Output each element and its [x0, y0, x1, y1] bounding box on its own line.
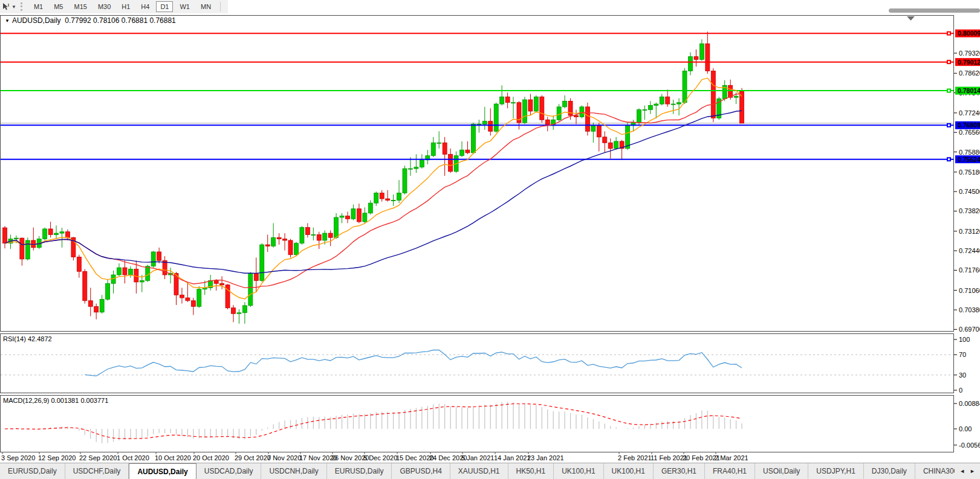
- price-axis-tick-label: 0.72440: [959, 247, 980, 254]
- level-price-label: 0.75624: [958, 156, 980, 163]
- rsi-axis-tick-label: 30: [959, 371, 966, 379]
- timeframe-button-m30[interactable]: M30: [94, 1, 115, 12]
- date-axis-tick-label: 1 Oct 2020: [117, 454, 149, 461]
- chart-tab-hk50-h1[interactable]: HK50,H1: [508, 463, 554, 479]
- candle-body: [711, 71, 715, 118]
- candle-body: [603, 137, 607, 143]
- date-axis-tick-label: 15 Dec 2020: [396, 454, 433, 461]
- ohlc-toggle-icon[interactable]: ▼: [5, 18, 10, 24]
- candle-body: [380, 193, 384, 199]
- chevron-down-icon[interactable]: ▼: [11, 4, 16, 10]
- candle-body: [128, 269, 132, 275]
- candle-body: [654, 104, 658, 105]
- candle-body: [528, 100, 533, 111]
- date-axis-tick-label: 20 Oct 2020: [193, 454, 229, 461]
- candle-body: [386, 199, 390, 200]
- chart-tab-usoil-daily[interactable]: USOil,Daily: [755, 463, 808, 479]
- main-panel-frame: [1, 16, 954, 332]
- price-axis-tick-label: 0.73820: [959, 207, 980, 214]
- tab-scroll-buttons: ◄ ►: [955, 463, 980, 479]
- timeframe-button-m15[interactable]: M15: [70, 1, 91, 12]
- toolbar-drag-handle[interactable]: [21, 2, 25, 11]
- date-axis-tick-label: 3 Sep 2020: [1, 454, 35, 461]
- candle-body: [100, 299, 104, 312]
- candle-body: [374, 193, 378, 204]
- macd-axis-tick-label: -0.00565: [959, 442, 980, 449]
- candle-body: [43, 229, 47, 239]
- timeframe-toolbar: ▼ M1M5M15M30H1H4D1W1MN: [0, 0, 228, 13]
- chart-tab-usdcad-daily[interactable]: USDCAD,Daily: [196, 463, 262, 479]
- chart-tab-usdchf-daily[interactable]: USDCHF,Daily: [65, 463, 129, 479]
- chart-tab-dj30-daily[interactable]: DJ30,Daily: [864, 463, 915, 479]
- candle-body: [420, 160, 424, 167]
- timeframe-button-w1[interactable]: W1: [175, 1, 194, 12]
- chart-tab-eurusd-daily[interactable]: EURUSD,Daily: [327, 463, 392, 479]
- chart-tab-usdjpy-h1[interactable]: USDJPY,H1: [808, 463, 863, 479]
- chart-h-scrollbar-thumb[interactable]: [889, 8, 980, 13]
- timeframe-button-m5[interactable]: M5: [50, 1, 67, 12]
- top-toolbar: ▼ M1M5M15M30H1H4D1W1MN: [0, 0, 980, 13]
- candle-body: [488, 121, 493, 132]
- price-axis-tick-label: 0.75880: [959, 149, 980, 156]
- date-axis-tick-label: 10 Oct 2020: [155, 454, 191, 461]
- price-axis-tick-label: 0.76560: [959, 129, 980, 136]
- timeframe-button-m1[interactable]: M1: [30, 1, 47, 12]
- price-axis-tick-label: 0.75180: [959, 169, 980, 176]
- timeframe-button-mn[interactable]: MN: [196, 1, 215, 12]
- date-axis-tick-label: 5 Dec 2020: [363, 454, 397, 461]
- date-axis-tick-label: 22 Sep 2020: [79, 454, 117, 461]
- level-line-anchor-dot: [948, 124, 950, 126]
- timeframe-button-d1[interactable]: D1: [156, 1, 173, 12]
- date-axis-tick-label: 7 Nov 2020: [267, 454, 301, 461]
- chart-tab-audusd-daily[interactable]: AUDUSD,Daily: [129, 463, 196, 479]
- chart-tab-uk100-h1[interactable]: UK100,H1: [554, 463, 603, 479]
- candle-body: [397, 193, 401, 201]
- macd-panel-frame: [1, 396, 954, 452]
- price-axis-tick-label: 0.79320: [959, 50, 980, 57]
- candle-body: [482, 121, 487, 124]
- tab-scroll-right-icon[interactable]: ►: [967, 467, 978, 475]
- chart-tab-xauusd-h1[interactable]: XAUUSD,H1: [450, 463, 508, 479]
- candle-body: [197, 289, 201, 307]
- candle-body: [237, 313, 241, 313]
- candle-body: [94, 306, 99, 312]
- chart-tab-gbpusd-h4[interactable]: GBPUSD,H4: [392, 463, 450, 479]
- candle-body: [157, 252, 161, 260]
- date-axis-tick-label: 23 Jan 2021: [527, 454, 564, 461]
- candle-body: [505, 97, 510, 103]
- chart-tab-uk100-h1[interactable]: UK100,H1: [604, 463, 654, 479]
- timeframe-button-h4[interactable]: H4: [137, 1, 154, 12]
- timeframe-button-h1[interactable]: H1: [117, 1, 134, 12]
- chart-tab-eurusd-daily[interactable]: EURUSD,Daily: [0, 463, 65, 479]
- level-price-label: 0.78014: [958, 87, 980, 94]
- candle-body: [706, 43, 710, 71]
- tab-scroll-left-icon[interactable]: ◄: [957, 467, 967, 475]
- rsi-axis-tick-label: 100: [959, 336, 970, 343]
- rsi-axis-tick-label: 0: [959, 387, 962, 394]
- candle-body: [323, 233, 327, 240]
- candle-body: [694, 57, 698, 60]
- candle-body: [437, 143, 441, 143]
- candle-body: [106, 283, 110, 299]
- price-axis-tick-label: 0.74500: [959, 188, 980, 195]
- candle-body: [363, 213, 367, 222]
- cursor-tool-icon[interactable]: [1, 2, 11, 11]
- candle-body: [734, 96, 738, 97]
- candle-body: [220, 283, 224, 285]
- candle-body: [305, 228, 310, 235]
- candle-body: [54, 233, 59, 234]
- price-axis-tick-label: 0.71060: [959, 287, 980, 294]
- candle-body: [699, 43, 704, 59]
- chart-canvas[interactable]: 0.793200.786200.779400.772400.765600.758…: [0, 13, 980, 463]
- date-axis-tick-label: 14 Jan 2021: [494, 454, 531, 461]
- candle-body: [614, 141, 618, 149]
- candle-body: [294, 243, 298, 255]
- trading-terminal-window: { "toolbar": { "tool_icon": "cursor-tool…: [0, 0, 980, 479]
- chart-tab-fra40-h1[interactable]: FRA40,H1: [705, 463, 755, 479]
- candle-body: [60, 232, 64, 233]
- price-axis-tick-label: 0.71760: [959, 266, 980, 274]
- chart-tab-usdcnh-daily[interactable]: USDCNH,Daily: [261, 463, 326, 479]
- candle-body: [288, 240, 293, 255]
- chart-tab-ger30-h1[interactable]: GER30,H1: [654, 463, 705, 479]
- candle-body: [311, 234, 316, 235]
